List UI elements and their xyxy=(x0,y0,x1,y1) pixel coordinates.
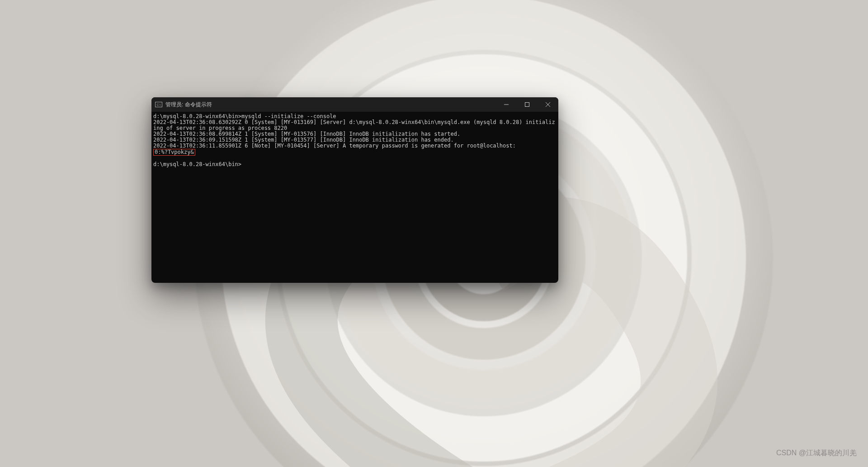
prompt: d:\mysql-8.0.28-winx64\bin> xyxy=(153,113,241,119)
window-controls xyxy=(496,97,558,112)
cmd-icon: C:\ xyxy=(155,102,162,107)
command-text: mysqld --initialize --console xyxy=(241,113,336,119)
csdn-watermark: CSDN @江城暮晓的川羌 xyxy=(776,448,857,458)
prompt: d:\mysql-8.0.28-winx64\bin> xyxy=(153,161,241,167)
minimize-icon xyxy=(504,102,509,107)
svg-rect-7 xyxy=(525,103,529,107)
output-line: 2022-04-13T02:36:08.630292Z 0 [System] [… xyxy=(153,119,555,131)
window-title: 管理员: 命令提示符 xyxy=(165,101,496,109)
titlebar[interactable]: C:\ 管理员: 命令提示符 xyxy=(151,97,558,112)
close-icon xyxy=(546,102,550,107)
output-line: 2022-04-13T02:36:08.699814Z 1 [System] [… xyxy=(153,131,460,137)
password-highlight: 0:%?Tvpokzy& xyxy=(153,149,195,156)
output-line: 2022-04-13T02:36:09.151598Z 1 [System] [… xyxy=(153,137,454,143)
close-button[interactable] xyxy=(538,97,558,112)
command-prompt-window: C:\ 管理员: 命令提示符 d:\mysql-8.0.28-winx64\bi… xyxy=(151,97,558,283)
output-line: 2022-04-13T02:36:11.855901Z 6 [Note] [MY… xyxy=(153,143,519,149)
terminal-output[interactable]: d:\mysql-8.0.28-winx64\bin>mysqld --init… xyxy=(151,112,558,283)
minimize-button[interactable] xyxy=(496,97,517,112)
maximize-icon xyxy=(525,102,529,107)
maximize-button[interactable] xyxy=(517,97,538,112)
